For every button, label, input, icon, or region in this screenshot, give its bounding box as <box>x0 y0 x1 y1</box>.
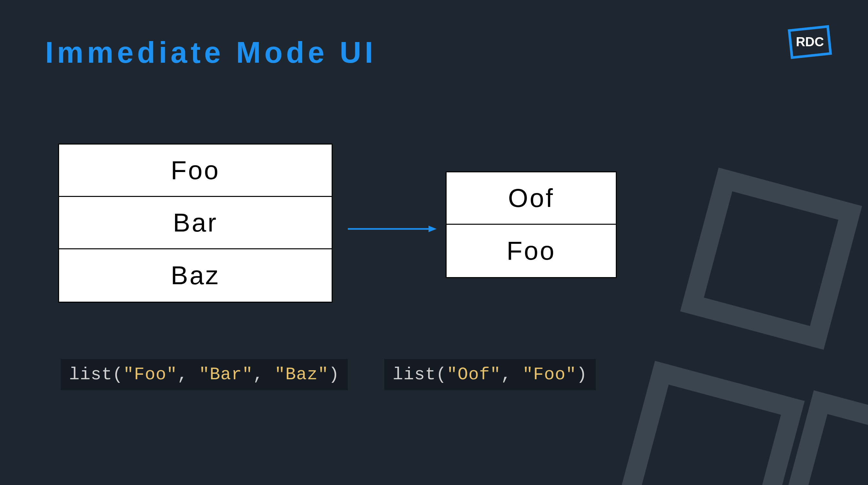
svg-marker-6 <box>429 226 437 232</box>
svg-rect-1 <box>627 373 793 485</box>
svg-rect-2 <box>779 402 868 485</box>
code-snippet-right: list("Oof", "Foo") <box>384 359 596 390</box>
svg-rect-0 <box>692 179 850 338</box>
list-item: Foo <box>59 145 332 197</box>
list-item: Foo <box>446 225 616 277</box>
rdc-logo: RDC <box>784 23 836 61</box>
right-list-box: Oof Foo <box>445 171 617 278</box>
arrow-icon <box>346 223 437 235</box>
list-item: Baz <box>59 249 332 302</box>
left-list-box: Foo Bar Baz <box>58 144 333 303</box>
list-item: Bar <box>59 197 332 249</box>
code-snippet-left: list("Foo", "Bar", "Baz") <box>61 359 348 390</box>
slide-title: Immediate Mode UI <box>45 35 376 69</box>
list-item: Oof <box>446 172 616 225</box>
svg-text:RDC: RDC <box>796 35 824 49</box>
